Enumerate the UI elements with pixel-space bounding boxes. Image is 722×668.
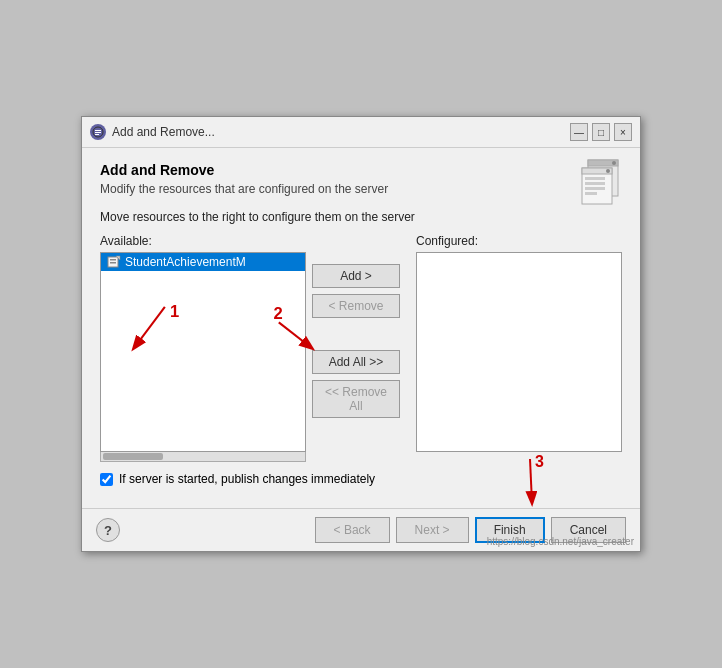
svg-point-11 <box>606 169 610 173</box>
svg-rect-13 <box>585 182 605 185</box>
title-text: Add and Remove... <box>112 125 215 139</box>
item-name: StudentAchievementM <box>125 255 246 269</box>
dialog: Add and Remove... — □ × Add and Remove M… <box>81 116 641 552</box>
available-listbox[interactable]: StudentAchievementM <box>100 252 306 452</box>
svg-rect-3 <box>95 134 99 135</box>
minimize-button[interactable]: — <box>570 123 588 141</box>
configured-label: Configured: <box>416 234 622 248</box>
svg-rect-2 <box>95 132 101 133</box>
header-area: Add and Remove Modify the resources that… <box>100 162 622 210</box>
maximize-button[interactable]: □ <box>592 123 610 141</box>
help-button[interactable]: ? <box>96 518 120 542</box>
svg-rect-12 <box>585 177 605 180</box>
svg-line-26 <box>530 459 532 503</box>
arrow3-overlay: 3 <box>480 449 560 519</box>
footer-left: ? <box>96 518 120 542</box>
instruction: Move resources to the right to configure… <box>100 210 622 224</box>
remove-all-button[interactable]: << Remove All <box>312 380 400 418</box>
remove-button[interactable]: < Remove <box>312 294 400 318</box>
publish-checkbox-label[interactable]: If server is started, publish changes im… <box>119 472 375 486</box>
next-button[interactable]: Next > <box>396 517 469 543</box>
back-button[interactable]: < Back <box>315 517 390 543</box>
svg-rect-15 <box>585 192 597 195</box>
transfer-buttons: Add > < Remove Add All >> << Remove All <box>306 234 406 418</box>
section-title: Add and Remove <box>100 162 388 178</box>
add-all-button[interactable]: Add All >> <box>312 350 400 374</box>
svg-text:3: 3 <box>535 453 544 470</box>
add-button[interactable]: Add > <box>312 264 400 288</box>
columns-row: Available: StudentAchievementM <box>100 234 622 462</box>
watermark: https://blog.csdn.net/java_creater <box>487 536 634 547</box>
svg-rect-1 <box>95 130 101 131</box>
scrollbar-thumb <box>103 453 163 460</box>
title-bar: Add and Remove... — □ × <box>82 117 640 148</box>
title-bar-controls: — □ × <box>570 123 632 141</box>
list-item[interactable]: StudentAchievementM <box>101 253 305 271</box>
available-label: Available: <box>100 234 306 248</box>
svg-rect-14 <box>585 187 605 190</box>
close-button[interactable]: × <box>614 123 632 141</box>
svg-rect-18 <box>110 262 116 264</box>
configured-column: Configured: <box>416 234 622 452</box>
publish-checkbox[interactable] <box>100 473 113 486</box>
available-column: Available: StudentAchievementM <box>100 234 306 462</box>
header-text: Add and Remove Modify the resources that… <box>100 162 388 210</box>
server-icon <box>578 158 622 208</box>
title-bar-left: Add and Remove... <box>90 124 215 140</box>
section-subtitle: Modify the resources that are configured… <box>100 182 388 196</box>
svg-rect-17 <box>110 259 116 261</box>
dialog-icon <box>90 124 106 140</box>
help-icon: ? <box>104 523 112 538</box>
svg-point-6 <box>612 161 616 165</box>
available-scrollbar[interactable] <box>100 452 306 462</box>
item-icon <box>107 255 121 269</box>
configured-listbox[interactable] <box>416 252 622 452</box>
